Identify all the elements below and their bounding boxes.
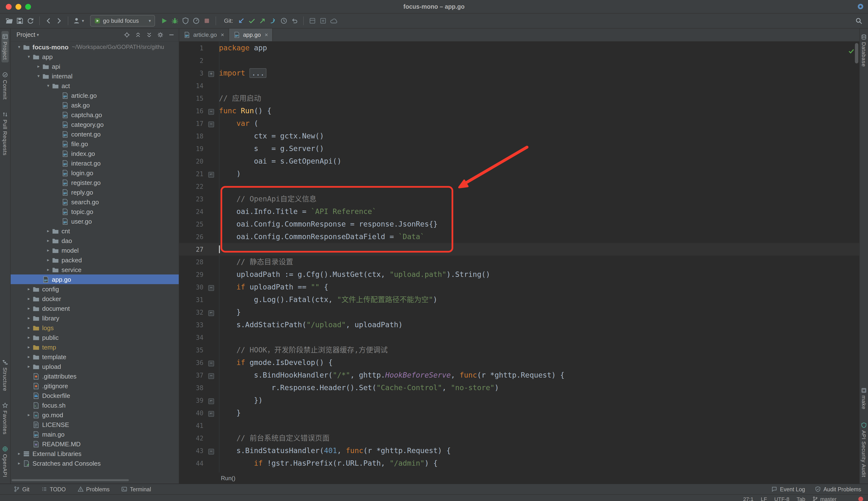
fold-marker-icon[interactable]: −	[203, 117, 219, 130]
chevron-down-icon[interactable]: ▾	[25, 54, 32, 59]
fold-marker-icon[interactable]: −	[203, 281, 219, 293]
tree-item-content-go[interactable]: gocontent.go	[11, 129, 179, 139]
tool-window-button-git[interactable]: Git	[13, 486, 29, 492]
notification-badge[interactable]	[858, 497, 863, 501]
stripe-button-api-security-audit[interactable]: API Security Audit	[860, 420, 868, 480]
back-icon[interactable]	[43, 15, 54, 26]
synchronize-icon[interactable]	[25, 15, 36, 26]
chevron-right-icon[interactable]: ▸	[44, 267, 52, 272]
chevron-right-icon[interactable]: ▸	[25, 413, 32, 417]
run-with-coverage-icon[interactable]	[180, 15, 191, 26]
git-shelve-icon[interactable]	[307, 15, 318, 26]
breadcrumb-item[interactable]: Run()	[221, 475, 236, 481]
tree-item-main-go[interactable]: gomain.go	[11, 429, 179, 439]
tree-item-internal[interactable]: ▾internal	[11, 71, 179, 81]
fold-marker-icon[interactable]: −	[203, 444, 219, 457]
tree-item-category-go[interactable]: gocategory.go	[11, 119, 179, 129]
chevron-down-icon[interactable]: ▾	[35, 74, 42, 78]
chevron-right-icon[interactable]: ▸	[25, 354, 32, 359]
code-line-36[interactable]: 36− if gmode.IsDevelop() {	[179, 356, 859, 369]
tree-item-external-libraries[interactable]: ▸External Libraries	[11, 449, 179, 458]
code-line-1[interactable]: 1package app	[179, 42, 859, 54]
stripe-button-pull-requests[interactable]: Pull Requests	[1, 109, 9, 158]
tool-window-button-todo[interactable]: TODO	[41, 486, 66, 492]
profile-button[interactable]: ▾	[72, 15, 85, 26]
collapse-all-icon[interactable]	[146, 31, 153, 38]
fold-marker-icon[interactable]: +	[203, 67, 219, 79]
debug-button[interactable]	[169, 15, 180, 26]
git-push-icon[interactable]	[257, 15, 268, 26]
chevron-right-icon[interactable]: ▸	[25, 316, 32, 320]
caret-position[interactable]: 27:1	[743, 496, 753, 501]
tree-item-packed[interactable]: ▸packed	[11, 255, 179, 265]
code-line-24[interactable]: 24 oai.Info.Title = `API Reference`	[179, 205, 859, 218]
code-line-3[interactable]: 3+import ...	[179, 67, 859, 79]
tree-item-app-go[interactable]: goapp.go	[11, 275, 179, 284]
stripe-button-favorites[interactable]: Favorites	[1, 400, 9, 437]
expand-all-icon[interactable]	[135, 31, 142, 38]
forward-icon[interactable]	[54, 15, 64, 26]
encoding-indicator[interactable]: UTF-8	[774, 496, 789, 501]
tree-item-ask-go[interactable]: goask.go	[11, 100, 179, 110]
tree-item-topic-go[interactable]: gotopic.go	[11, 207, 179, 216]
code-line-44[interactable]: 44 if !gstr.HasPrefix(r.URL.Path, "/admi…	[179, 457, 859, 470]
tree-item-cnt[interactable]: ▸cnt	[11, 226, 179, 236]
chevron-right-icon[interactable]: ▸	[25, 287, 32, 291]
horizontal-scrollbar[interactable]	[12, 479, 129, 481]
code-line-20[interactable]: 20 oai = s.GetOpenApi()	[179, 155, 859, 168]
close-tab-icon[interactable]: ×	[221, 31, 224, 38]
tree-item-service[interactable]: ▸service	[11, 265, 179, 275]
chevron-right-icon[interactable]: ▸	[25, 325, 32, 330]
chevron-right-icon[interactable]: ▸	[44, 257, 52, 262]
tree-item-focus-mono[interactable]: ▾focus-mono~/Workspace/Go/GOPATH/src/git…	[11, 42, 179, 52]
code-line-31[interactable]: 31 g.Log().Fatal(ctx, "文件上传配置路径不能为空")	[179, 293, 859, 306]
code-editor[interactable]: 1package app23+import ...1415// 应用启动16−f…	[179, 42, 859, 472]
tree-item-login-go[interactable]: gologin.go	[11, 168, 179, 178]
chevron-down-icon[interactable]: ▾	[44, 83, 52, 88]
chevron-right-icon[interactable]: ▸	[25, 335, 32, 340]
git-cherry-pick-icon[interactable]	[268, 15, 279, 26]
stripe-button-make[interactable]: Mmake	[860, 385, 868, 412]
chevron-right-icon[interactable]: ▸	[25, 306, 32, 311]
tree-item-interact-go[interactable]: gointeract.go	[11, 158, 179, 168]
tree-item-scratches-and-consoles[interactable]: ▸Scratches and Consoles	[11, 458, 179, 468]
code-line-21[interactable]: 21⌐ )	[179, 168, 859, 180]
tree-item-upload[interactable]: ▸upload	[11, 362, 179, 371]
ide-status-icon[interactable]	[857, 3, 864, 10]
chevron-right-icon[interactable]: ▸	[44, 238, 52, 243]
run-button[interactable]	[159, 15, 169, 26]
tool-window-button-event-log[interactable]: Event Log	[771, 486, 805, 492]
code-line-33[interactable]: 33 s.AddStaticPath("/upload", uploadPath…	[179, 319, 859, 331]
open-icon[interactable]	[4, 15, 14, 26]
git-branch-widget[interactable]: master	[813, 496, 837, 501]
code-line-25[interactable]: 25 oai.Config.CommonResponse = response.…	[179, 218, 859, 231]
code-line-2[interactable]: 2	[179, 54, 859, 67]
tree-item-dockerfile[interactable]: Dockerfile	[11, 391, 179, 400]
tree-item-index-go[interactable]: goindex.go	[11, 149, 179, 158]
code-line-18[interactable]: 18 ctx = gctx.New()	[179, 130, 859, 142]
chevron-right-icon[interactable]: ▸	[44, 248, 52, 253]
tab-article-go[interactable]: goarticle.go×	[179, 29, 229, 41]
stripe-button-database[interactable]: Database	[860, 31, 868, 69]
tree-item-api[interactable]: ▸api	[11, 62, 179, 71]
tree-item-logs[interactable]: ▸logs	[11, 323, 179, 332]
tree-item-reply-go[interactable]: goreply.go	[11, 187, 179, 197]
project-panel-title[interactable]: Project	[17, 31, 35, 38]
tool-window-button-audit-problems[interactable]: Audit Problems	[815, 486, 861, 492]
tree-item-dao[interactable]: ▸dao	[11, 236, 179, 245]
chevron-right-icon[interactable]: ▸	[25, 345, 32, 350]
code-line-19[interactable]: 19 s = g.Server()	[179, 142, 859, 155]
tree-item-public[interactable]: ▸public	[11, 332, 179, 342]
fold-marker-icon[interactable]: −	[203, 369, 219, 382]
close-tab-icon[interactable]: ×	[265, 31, 268, 38]
fold-marker-icon[interactable]: ⌐	[203, 168, 219, 180]
tree-item-file-go[interactable]: gofile.go	[11, 139, 179, 149]
chevron-right-icon[interactable]: ▸	[25, 364, 32, 369]
chevron-right-icon[interactable]: ▸	[25, 296, 32, 301]
fold-marker-icon[interactable]: ⌐	[203, 407, 219, 419]
code-line-22[interactable]: 22	[179, 180, 859, 193]
select-opened-file-icon[interactable]	[124, 31, 130, 38]
tree-item-gitignore[interactable]: .gitignore	[11, 381, 179, 391]
close-window-button[interactable]	[6, 4, 12, 9]
tree-item-temp[interactable]: ▸temp	[11, 342, 179, 352]
